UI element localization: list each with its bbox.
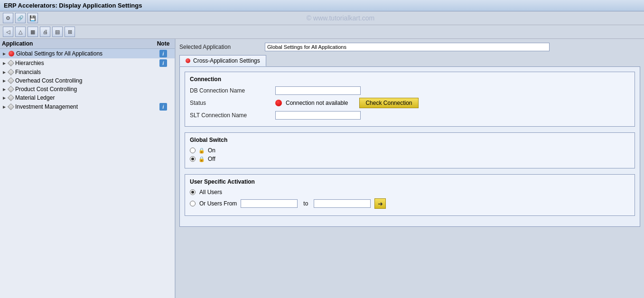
page-title: ERP Accelerators: Display Application Se… <box>4 2 142 9</box>
slt-connection-label: SLT Connection Name <box>190 112 275 119</box>
global-switch-on-row: 🔒 On <box>190 147 630 154</box>
tree-arrow-product: ▶ <box>2 87 7 92</box>
global-switch-section: Global Switch 🔒 On 🔒 Off <box>185 132 635 168</box>
lock-icon-off: 🔒 <box>198 156 205 162</box>
tab-red-circle-icon <box>186 58 190 63</box>
sidebar-label-fin: Financials <box>15 69 41 75</box>
radio-off-label: Off <box>208 156 215 162</box>
save-icon-btn[interactable]: 💾 <box>28 13 38 23</box>
content-area: Selected Application Cross-Application S… <box>176 39 644 298</box>
info-icon-global: i <box>159 50 167 57</box>
sidebar: Application Note ▶ Global Settings for A… <box>0 39 176 298</box>
connection-title: Connection <box>190 76 630 83</box>
tree-arrow-fin: ▶ <box>2 70 7 74</box>
global-switch-title: Global Switch <box>190 137 630 143</box>
users-to-input[interactable] <box>314 199 371 208</box>
print-icon-btn[interactable]: 🖨 <box>40 27 50 37</box>
tab-label: Cross-Application Settings <box>193 57 260 64</box>
sidebar-item-investment[interactable]: ▶ Investment Management i <box>0 102 175 112</box>
main-area: Application Note ▶ Global Settings for A… <box>0 39 644 298</box>
layout-icon-btn[interactable]: ⊞ <box>65 27 75 37</box>
diamond-icon-product <box>8 86 14 93</box>
sidebar-header: Application Note <box>0 39 175 49</box>
diamond-icon-fin <box>8 69 14 75</box>
users-search-button[interactable]: ➜ <box>374 198 386 209</box>
toolbar1: ⚙ 🔗 💾 © www.tutorialkart.com <box>0 11 644 25</box>
sidebar-label-investment: Investment Management <box>15 103 78 110</box>
diamond-icon-investment <box>8 103 14 110</box>
back-icon-btn[interactable]: ◁ <box>3 27 13 37</box>
sidebar-label-product: Product Cost Controlling <box>15 86 77 93</box>
sidebar-note-global: i <box>154 50 173 57</box>
status-row: Status Connection not available Check Co… <box>190 98 630 108</box>
sidebar-item-material-ledger[interactable]: ▶ Material Ledger <box>0 93 175 102</box>
sidebar-note-investment: i <box>154 103 173 111</box>
grid-icon-btn[interactable]: ▦ <box>28 27 38 37</box>
status-indicator: Connection not available Check Connectio… <box>275 98 419 108</box>
sidebar-item-global-settings[interactable]: ▶ Global Settings for All Applications i <box>0 49 175 58</box>
slt-connection-row: SLT Connection Name <box>190 111 630 120</box>
watermark: © www.tutorialkart.com <box>40 14 641 22</box>
diamond-icon-overhead <box>8 77 14 84</box>
selected-app-row: Selected Application <box>179 43 640 51</box>
sidebar-label-material: Material Ledger <box>15 94 55 101</box>
tab-bar: Cross-Application Settings <box>179 55 640 66</box>
selected-app-label: Selected Application <box>179 44 265 50</box>
global-switch-off-row: 🔒 Off <box>190 156 630 162</box>
sidebar-label-overhead: Overhead Cost Controlling <box>15 77 82 84</box>
selected-app-input <box>265 43 550 51</box>
tree-arrow-material: ▶ <box>2 95 7 100</box>
users-from-input[interactable] <box>241 199 298 208</box>
tree-arrow-investment: ▶ <box>2 104 7 109</box>
tree-arrow-hier: ▶ <box>2 61 7 65</box>
sidebar-item-financials[interactable]: ▶ Financials <box>0 68 175 76</box>
sidebar-label-global: Global Settings for All Applications <box>16 50 103 57</box>
sidebar-label-hier: Hierarchies <box>15 60 44 66</box>
tree-arrow-global: ▶ <box>2 51 7 56</box>
status-text: Connection not available <box>286 100 348 106</box>
diamond-icon-hier <box>8 60 14 66</box>
tree-arrow-overhead: ▶ <box>2 78 7 83</box>
status-red-dot-icon <box>275 100 282 106</box>
or-users-label: Or Users From <box>199 200 237 207</box>
db-connection-label: DB Connection Name <box>190 87 275 94</box>
filter-icon-btn[interactable]: ▤ <box>52 27 63 37</box>
radio-on[interactable] <box>190 148 196 153</box>
to-label: to <box>303 200 308 207</box>
sidebar-col-note-label: Note <box>154 40 173 47</box>
slt-connection-input[interactable] <box>275 111 361 120</box>
check-connection-button[interactable]: Check Connection <box>359 98 418 108</box>
all-users-label: All Users <box>199 189 222 196</box>
sidebar-note-hier: i <box>154 59 173 67</box>
tab-cross-app[interactable]: Cross-Application Settings <box>179 55 266 66</box>
info-icon-investment: i <box>159 103 167 111</box>
title-bar: ERP Accelerators: Display Application Se… <box>0 0 644 11</box>
status-label: Status <box>190 100 275 106</box>
radio-all-users[interactable] <box>190 189 196 195</box>
connection-section: Connection DB Connection Name Status Con… <box>185 72 635 127</box>
sidebar-item-overhead[interactable]: ▶ Overhead Cost Controlling <box>0 76 175 85</box>
all-users-row: All Users <box>190 189 630 196</box>
home-icon-btn[interactable]: △ <box>15 27 26 37</box>
red-circle-icon <box>9 51 14 56</box>
settings-icon-btn[interactable]: ⚙ <box>3 13 13 23</box>
diamond-icon-material <box>8 94 14 101</box>
db-connection-row: DB Connection Name <box>190 86 630 95</box>
info-icon-hier: i <box>159 59 167 67</box>
radio-off[interactable] <box>190 156 196 162</box>
panel-container: Connection DB Connection Name Status Con… <box>179 66 640 227</box>
sidebar-col-app-label: Application <box>2 40 154 47</box>
sidebar-item-hierarchies[interactable]: ▶ Hierarchies i <box>0 58 175 68</box>
user-specific-section: User Specific Activation All Users Or Us… <box>185 174 635 216</box>
link-icon-btn[interactable]: 🔗 <box>15 13 26 23</box>
radio-on-label: On <box>208 147 215 154</box>
radio-or-users[interactable] <box>190 201 196 206</box>
sidebar-item-product-cost[interactable]: ▶ Product Cost Controlling <box>0 85 175 93</box>
toolbar2: ◁ △ ▦ 🖨 ▤ ⊞ <box>0 25 644 39</box>
or-users-row: Or Users From to ➜ <box>190 198 630 209</box>
db-connection-input[interactable] <box>275 86 361 95</box>
user-specific-title: User Specific Activation <box>190 178 630 185</box>
lock-icon-on: 🔒 <box>198 147 205 154</box>
